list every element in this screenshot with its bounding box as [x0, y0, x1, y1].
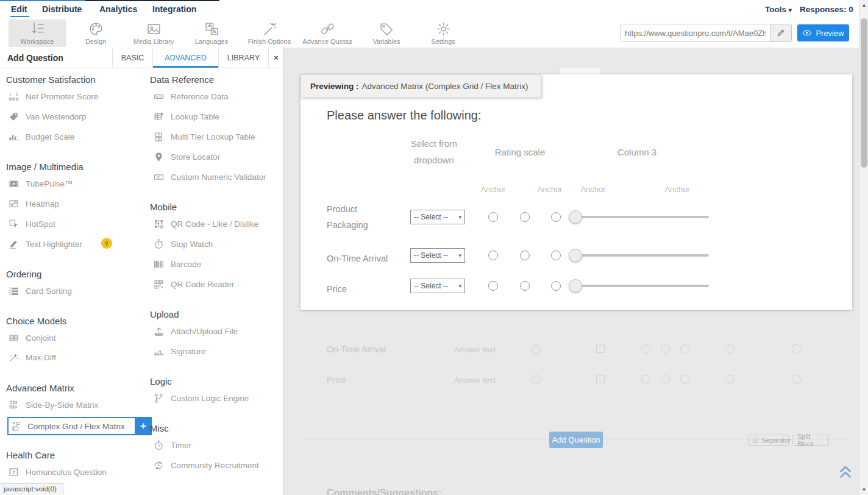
rating-radio-r3c3[interactable] — [551, 281, 561, 291]
bg-radio[interactable] — [661, 344, 670, 354]
item-net-promoter-score[interactable]: 15 Net Promoter Score — [9, 91, 98, 102]
item-store-locator[interactable]: Store Locator — [154, 152, 220, 162]
toolbar-design[interactable]: Design — [67, 20, 124, 47]
item-signature[interactable]: Signature — [154, 346, 206, 357]
item-side-by-side-matrix[interactable]: Side-By-Side Matrix — [9, 400, 98, 410]
rating-radio-r3c2[interactable] — [520, 281, 530, 291]
nav-edit[interactable]: Edit — [11, 4, 27, 14]
bg-radio[interactable] — [792, 344, 801, 354]
scrollbar-thumb[interactable] — [861, 18, 867, 168]
rating-radio-r3c1[interactable] — [488, 281, 498, 291]
toolbar-settings[interactable]: Settings — [414, 20, 472, 47]
responses-count[interactable]: Responses: 0 — [800, 5, 853, 14]
bg-radio[interactable] — [792, 375, 801, 384]
select-dropdown-row3[interactable]: -- Select --▾ — [410, 279, 465, 293]
bg-checkbox[interactable] — [596, 344, 605, 353]
item-max-diff[interactable]: Max-Diff — [9, 352, 56, 363]
select-dropdown-row1[interactable]: -- Select --▾ — [410, 210, 465, 224]
scroll-to-top-button[interactable] — [839, 465, 852, 479]
item-qr-code-reader[interactable]: QR Code Reader — [154, 279, 234, 290]
toolbar-languages[interactable]: Languages — [183, 20, 240, 47]
item-hotspot[interactable]: HotSpot — [9, 219, 55, 229]
item-label: Custom Logic Engine — [171, 394, 249, 403]
survey-url-input[interactable] — [621, 24, 770, 41]
nav-analytics[interactable]: Analytics — [99, 4, 137, 14]
toolbar-advance-quotas[interactable]: Advance Quotas — [299, 20, 356, 47]
item-text-highlighter[interactable]: Text Highlighter — [9, 239, 82, 249]
toolbar-media-library[interactable]: Media Library — [125, 20, 182, 47]
bg-radio[interactable] — [532, 344, 541, 354]
item-conjoint[interactable]: Conjoint — [9, 333, 56, 343]
item-budget-scale[interactable]: Budget Scale — [9, 132, 74, 142]
item-tubepulse[interactable]: TubePulse™ — [9, 179, 73, 189]
item-multi-tier-lookup-table[interactable]: Multi Tier Lookup Table — [154, 132, 255, 142]
select-value: -- Select -- — [414, 282, 448, 290]
bg-radio[interactable] — [641, 375, 650, 384]
rating-slider-row2[interactable] — [569, 249, 709, 262]
rating-radio-r1c3[interactable] — [551, 212, 561, 222]
select-dropdown-row2[interactable]: -- Select --▾ — [410, 248, 465, 263]
scrollbar-down-arrow[interactable]: ▼ — [859, 487, 868, 493]
bg-radio[interactable] — [641, 344, 650, 354]
scrollbar-up-arrow[interactable]: ▲ — [859, 2, 868, 8]
rating-radio-r2c3[interactable] — [551, 251, 561, 260]
item-attach-upload-file[interactable]: Attach/Upload File — [154, 326, 238, 337]
bg-radio[interactable] — [725, 375, 735, 384]
item-community-recruitment[interactable]: Community Recruitment — [154, 460, 259, 471]
tab-advanced[interactable]: ADVANCED — [152, 48, 218, 68]
edit-url-button[interactable] — [770, 24, 791, 41]
panel-title: Add Question — [7, 53, 63, 63]
rating-slider-row1[interactable] — [569, 210, 709, 224]
slider-handle[interactable] — [569, 210, 582, 224]
bg-checkbox[interactable] — [596, 375, 605, 383]
item-homunculus-question[interactable]: Homunculus Question — [9, 467, 107, 477]
bg-radio[interactable] — [661, 375, 670, 384]
section-data-reference: Data Reference — [150, 74, 214, 85]
item-heatmap[interactable]: Heatmap — [9, 199, 59, 209]
item-custom-logic-engine[interactable]: Custom Logic Engine — [154, 393, 249, 404]
bg-radio[interactable] — [680, 375, 689, 384]
item-custom-numeric-validator[interactable]: # Custom Numeric Validator — [154, 172, 266, 182]
item-label: Conjoint — [26, 333, 56, 343]
item-stop-watch[interactable]: Stop Watch — [154, 239, 213, 249]
variables-tag-icon — [379, 21, 394, 37]
bg-radio[interactable] — [680, 344, 689, 354]
add-complex-grid-button[interactable]: + — [135, 417, 152, 435]
nav-integration[interactable]: Integration — [152, 4, 196, 14]
rating-radio-r2c1[interactable] — [488, 251, 498, 260]
item-reference-data[interactable]: 96123 Reference Data — [154, 91, 229, 102]
toolbar-variables[interactable]: Variables — [358, 20, 415, 47]
slider-handle[interactable] — [569, 249, 582, 262]
rating-slider-row3[interactable] — [569, 279, 709, 293]
preview-button[interactable]: Preview — [797, 24, 849, 41]
section-image-multimedia: Image / Multimedia — [6, 162, 84, 172]
toolbar-workspace[interactable]: Workspace — [9, 20, 66, 47]
split-block-button[interactable]: Split Block — [792, 435, 829, 446]
slider-handle[interactable] — [569, 279, 582, 293]
item-barcode[interactable]: Barcode — [154, 259, 201, 269]
toolbar-finish-options[interactable]: Finish Options — [241, 20, 298, 47]
add-question-button[interactable]: Add Question — [549, 432, 603, 448]
item-qr-code-like-dislike[interactable]: QR Code - Like / Dislike — [154, 219, 258, 229]
tab-basic[interactable]: BASIC — [112, 48, 152, 68]
bg-radio[interactable] — [725, 344, 735, 354]
rating-radio-r1c1[interactable] — [488, 212, 498, 222]
item-complex-grid-flex-matrix-selected[interactable]: Complex Grid / Flex Matrix + — [7, 417, 136, 435]
item-lookup-table[interactable]: Lookup Table — [154, 112, 219, 122]
tab-library[interactable]: LIBRARY — [218, 48, 268, 68]
bg-radio[interactable] — [532, 375, 541, 384]
close-panel-button[interactable]: × — [268, 48, 283, 68]
rating-radio-r2c2[interactable] — [520, 251, 530, 260]
nav-distribute[interactable]: Distribute — [42, 4, 82, 14]
rating-radio-r1c2[interactable] — [520, 212, 530, 222]
item-van-westendorp[interactable]: Van Westendorp — [9, 112, 86, 122]
item-timer[interactable]: Timer — [154, 440, 191, 450]
page-scrollbar[interactable]: ▲ ▼ — [859, 0, 868, 495]
previewing-header: Previewing : Advanced Matrix (Complex Gr… — [301, 74, 541, 98]
bg-row-label-price: Price — [327, 375, 346, 385]
add-question-panel: Add Question BASIC ADVANCED LIBRARY × Cu… — [0, 48, 284, 495]
item-card-sorting[interactable]: 123 Card Sorting — [9, 286, 72, 296]
tools-menu[interactable]: Tools ▾ — [765, 5, 792, 14]
bulb-icon — [104, 240, 110, 246]
separator-button[interactable]: ☑ Separator — [748, 435, 789, 446]
